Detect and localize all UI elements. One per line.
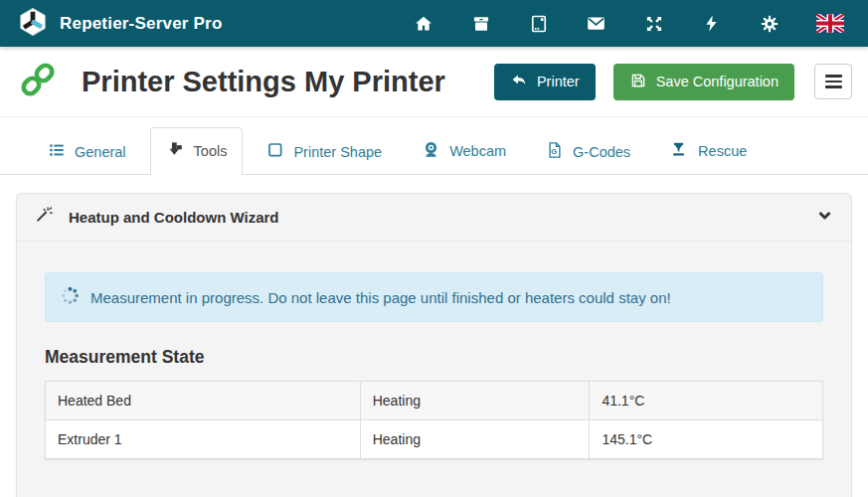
measurement-state-table: Heated Bed Heating 41.1°C Extruder 1 Hea… <box>45 381 823 459</box>
reply-arrow-icon <box>510 72 528 92</box>
rescue-icon <box>670 140 689 162</box>
brand-title: Repetier-Server Pro <box>60 14 222 34</box>
alert-text: Measurement in progress. Do not leave th… <box>90 289 671 306</box>
tablet-icon[interactable] <box>528 13 549 34</box>
heater-name-cell: Extruder 1 <box>46 420 361 459</box>
save-icon <box>629 72 647 92</box>
navbar-icons <box>413 13 844 34</box>
tab-webcam[interactable]: Webcam <box>406 127 522 175</box>
save-configuration-button[interactable]: Save Configuration <box>613 64 794 100</box>
tab-general[interactable]: General <box>32 128 142 175</box>
panel-body: Measurement in progress. Do not leave th… <box>17 242 851 497</box>
webcam-icon <box>422 140 440 162</box>
back-to-printer-button[interactable]: Printer <box>494 64 596 100</box>
measurement-state-heading: Measurement State <box>45 347 823 368</box>
table-row: Heated Bed Heating 41.1°C <box>46 382 823 420</box>
hamburger-icon <box>825 75 842 78</box>
home-icon[interactable] <box>413 13 434 34</box>
repetier-logo-icon <box>18 7 48 41</box>
heater-temp-cell: 41.1°C <box>590 382 823 420</box>
heatup-wizard-panel: Heatup and Cooldown Wizard Measurement i… <box>16 193 852 497</box>
heater-state-cell: Heating <box>360 420 590 459</box>
page-header: Printer Settings My Printer Printer Save… <box>0 47 868 117</box>
table-row: Extruder 1 Heating 145.1°C <box>46 420 823 459</box>
heater-temp-cell: 145.1°C <box>590 420 823 459</box>
measurement-progress-alert: Measurement in progress. Do not leave th… <box>45 272 823 322</box>
top-navbar: Repetier-Server Pro <box>0 0 868 47</box>
settings-tabs: General Tools Printer Shape Webcam <box>0 117 868 175</box>
square-icon <box>266 141 284 162</box>
svg-text:G: G <box>551 147 557 156</box>
spinner-icon <box>61 286 80 308</box>
power-icon[interactable] <box>701 13 722 34</box>
tab-gcodes[interactable]: G G-Codes <box>530 128 646 175</box>
link-icon <box>18 60 58 103</box>
tab-printer-shape[interactable]: Printer Shape <box>251 128 398 175</box>
chevron-down-icon[interactable] <box>816 207 833 228</box>
page-menu-button[interactable] <box>814 64 852 99</box>
brand[interactable]: Repetier-Server Pro <box>18 7 222 41</box>
tab-rescue[interactable]: Rescue <box>654 127 763 175</box>
language-flag-icon[interactable] <box>816 13 844 34</box>
messages-icon[interactable] <box>586 13 607 34</box>
fullscreen-icon[interactable] <box>643 13 664 34</box>
global-settings-icon[interactable] <box>759 13 780 34</box>
printers-box-icon[interactable] <box>470 13 491 34</box>
heater-state-cell: Heating <box>360 382 590 420</box>
page-title: Printer Settings My Printer <box>82 66 494 98</box>
tab-tools[interactable]: Tools <box>150 127 244 175</box>
list-icon <box>48 141 66 162</box>
panel-title: Heatup and Cooldown Wizard <box>69 209 816 226</box>
heatup-wizard-panel-header[interactable]: Heatup and Cooldown Wizard <box>17 194 851 242</box>
extruder-icon <box>166 140 185 162</box>
gcode-file-icon: G <box>546 141 564 162</box>
wand-icon <box>35 206 54 229</box>
heater-name-cell: Heated Bed <box>46 382 361 420</box>
